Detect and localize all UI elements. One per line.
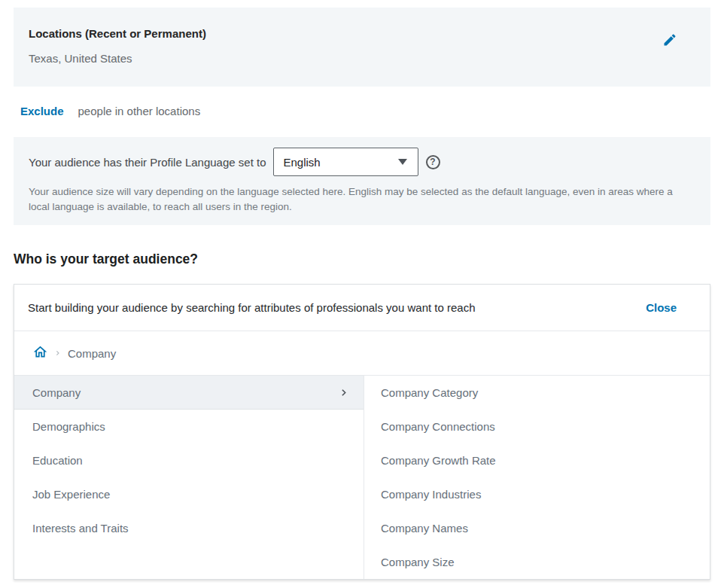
menu-item-label: Interests and Traits (32, 522, 129, 535)
menu-item-company-connections[interactable]: Company Connections (364, 410, 710, 443)
menu-item-company-size[interactable]: Company Size (364, 545, 710, 579)
caret-down-icon (398, 159, 407, 165)
breadcrumb-home-button[interactable] (32, 344, 48, 362)
chevron-right-icon (339, 387, 348, 398)
menu-item-label: Demographics (32, 420, 105, 433)
builder-header: Start building your audience by searchin… (14, 285, 710, 331)
audience-builder-panel: Start building your audience by searchin… (14, 284, 710, 580)
menu-item-company-names[interactable]: Company Names (364, 511, 710, 545)
profile-language-card: Your audience has their Profile Language… (14, 137, 710, 225)
menu-item-label: Company Growth Rate (381, 454, 496, 467)
question-mark-circle-icon[interactable]: ? (426, 155, 440, 169)
menu-item-label: Company Names (381, 522, 468, 535)
language-dropdown-value: English (284, 156, 321, 169)
language-dropdown[interactable]: English (273, 148, 418, 176)
exclude-text: people in other locations (78, 105, 201, 117)
exclude-row: Excludepeople in other locations (20, 104, 710, 119)
menu-item-label: Company Industries (381, 488, 481, 501)
locations-card: Locations (Recent or Permanent) Texas, U… (14, 8, 710, 87)
menu-item-label: Company Connections (381, 420, 495, 433)
locations-value: Texas, United States (29, 52, 695, 66)
menu-item-label: Job Experience (32, 488, 110, 501)
close-button[interactable]: Close (646, 301, 677, 314)
menu-item-demographics[interactable]: Demographics (14, 410, 364, 443)
attribute-menu-left-column: Company Demographics Education Job Exper… (14, 376, 364, 579)
menu-item-company-growth-rate[interactable]: Company Growth Rate (364, 443, 710, 477)
menu-item-education[interactable]: Education (14, 443, 364, 477)
menu-item-company-industries[interactable]: Company Industries (364, 477, 710, 511)
locations-title: Locations (Recent or Permanent) (29, 27, 695, 41)
breadcrumb-current: Company (68, 347, 116, 360)
menu-item-label: Company Category (381, 386, 478, 399)
page: Locations (Recent or Permanent) Texas, U… (0, 0, 724, 580)
language-label: Your audience has their Profile Language… (29, 156, 266, 169)
audience-section-heading: Who is your target audience? (14, 251, 710, 267)
menu-item-label: Company (32, 386, 81, 399)
breadcrumb: Company (14, 331, 710, 376)
attribute-menu: Company Demographics Education Job Exper… (14, 376, 710, 579)
chevron-right-icon (54, 349, 61, 358)
pencil-icon (662, 32, 679, 47)
language-description: Your audience size will vary depending o… (29, 184, 695, 215)
attribute-menu-right-column: Company Category Company Connections Com… (364, 376, 710, 579)
builder-prompt: Start building your audience by searchin… (28, 301, 476, 314)
menu-item-label: Education (32, 454, 83, 467)
menu-item-company[interactable]: Company (14, 376, 364, 410)
menu-item-job-experience[interactable]: Job Experience (14, 477, 364, 511)
exclude-link[interactable]: Exclude (20, 105, 64, 117)
edit-locations-button[interactable] (662, 32, 679, 48)
menu-item-interests-and-traits[interactable]: Interests and Traits (14, 511, 364, 545)
home-icon (32, 344, 48, 362)
menu-item-company-category[interactable]: Company Category (364, 376, 710, 410)
menu-item-label: Company Size (381, 556, 455, 568)
